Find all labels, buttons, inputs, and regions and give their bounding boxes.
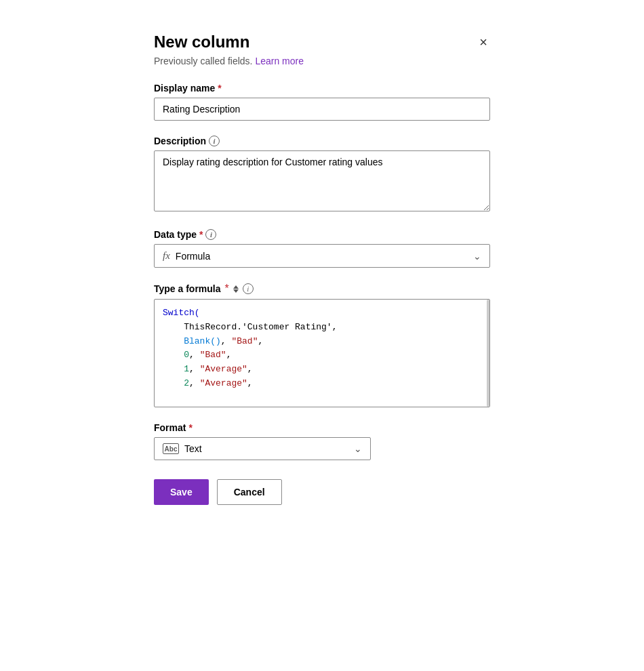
cancel-button[interactable]: Cancel <box>217 479 282 505</box>
display-name-label: Display name * <box>154 83 490 94</box>
formula-required: * <box>225 283 229 295</box>
new-column-dialog: New column × Previously called fields. L… <box>132 14 512 527</box>
display-name-group: Display name * <box>154 83 490 121</box>
formula-line-3: Blank(), "Bad", <box>163 335 481 349</box>
format-required: * <box>188 422 192 433</box>
format-chevron-icon: ⌄ <box>354 443 362 454</box>
data-type-group: Data type * i fx Formula ⌄ <box>154 229 490 268</box>
formula-editor[interactable]: Switch( ThisRecord.'Customer Rating', Bl… <box>154 299 490 407</box>
dialog-title: New column <box>154 33 249 52</box>
subtitle: Previously called fields. Learn more <box>154 56 490 66</box>
format-select[interactable]: Abc Text ⌄ <box>154 437 371 460</box>
description-input[interactable]: Display rating description for Customer … <box>154 150 490 211</box>
formula-label: Type a formula <box>154 283 221 294</box>
data-type-select-wrapper: fx Formula ⌄ <box>154 244 490 268</box>
save-button[interactable]: Save <box>154 479 209 505</box>
display-name-required: * <box>218 83 221 94</box>
display-name-input[interactable] <box>154 98 490 121</box>
formula-scrollbar[interactable] <box>487 300 489 407</box>
formula-line-1: Switch( <box>163 306 481 321</box>
format-group: Format * Abc Text ⌄ <box>154 422 490 460</box>
description-info-icon: i <box>209 136 220 146</box>
description-group: Description i Display rating description… <box>154 136 490 214</box>
abc-icon: Abc <box>163 443 179 454</box>
description-label: Description i <box>154 136 490 146</box>
data-type-select[interactable]: fx Formula ⌄ <box>154 244 490 268</box>
data-type-info-icon: i <box>205 229 216 240</box>
data-type-chevron-icon: ⌄ <box>473 251 481 262</box>
data-type-required: * <box>199 229 203 240</box>
sort-icon[interactable] <box>233 285 239 293</box>
format-value: Text <box>184 443 202 454</box>
fx-icon: fx <box>163 250 170 262</box>
format-select-wrapper: Abc Text ⌄ <box>154 437 371 460</box>
formula-line-6: 2, "Average", <box>163 377 481 391</box>
dialog-header: New column × <box>154 33 490 52</box>
formula-line-4: 0, "Bad", <box>163 348 481 363</box>
close-button[interactable]: × <box>477 33 490 52</box>
data-type-value: Formula <box>176 251 210 262</box>
learn-more-link[interactable]: Learn more <box>255 56 304 66</box>
formula-line-5: 1, "Average", <box>163 363 481 377</box>
formula-info-icon: i <box>243 283 254 294</box>
data-type-label: Data type * i <box>154 229 490 240</box>
format-label: Format * <box>154 422 490 433</box>
button-row: Save Cancel <box>154 479 490 505</box>
formula-group: Type a formula * i Switch( ThisRecord.'C… <box>154 283 490 407</box>
formula-line-2: ThisRecord.'Customer Rating', <box>163 321 481 335</box>
